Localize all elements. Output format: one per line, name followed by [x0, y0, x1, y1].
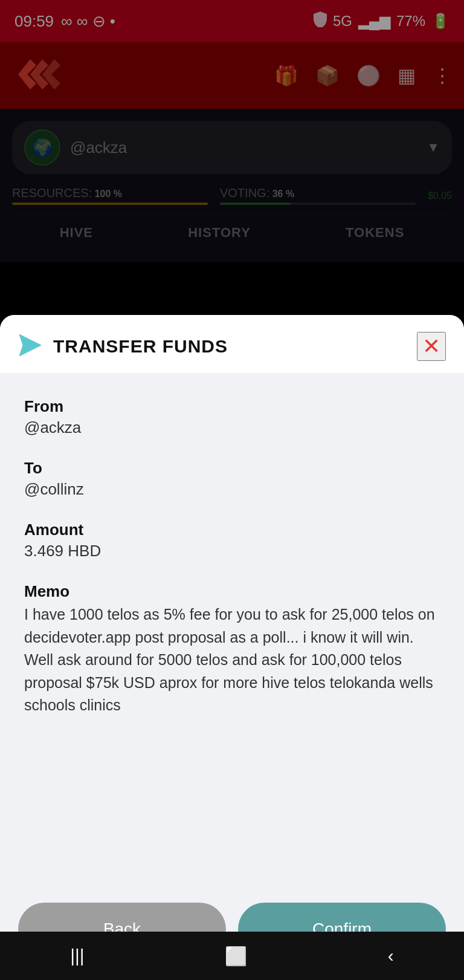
to-field: To @collinz	[24, 459, 440, 499]
modal-title: TRANSFER FUNDS	[53, 336, 228, 357]
from-label: From	[24, 397, 440, 416]
to-label: To	[24, 459, 440, 478]
nav-menu-icon[interactable]: |||	[70, 946, 84, 966]
from-value: @ackza	[24, 418, 440, 437]
nav-back-icon[interactable]: ‹	[388, 946, 394, 966]
memo-field: Memo I have 1000 telos as 5% fee for you…	[24, 582, 440, 717]
to-value: @collinz	[24, 480, 440, 499]
memo-value: I have 1000 telos as 5% fee for you to a…	[24, 603, 440, 717]
amount-value: 3.469 HBD	[24, 542, 440, 560]
close-button[interactable]: ✕	[417, 332, 446, 361]
modal-body: From @ackza To @collinz Amount 3.469 HBD…	[0, 373, 464, 888]
amount-label: Amount	[24, 521, 440, 539]
bottom-nav: ||| ⬜ ‹	[0, 932, 464, 980]
modal-header: TRANSFER FUNDS ✕	[0, 315, 464, 373]
amount-field: Amount 3.469 HBD	[24, 521, 440, 560]
transfer-modal: TRANSFER FUNDS ✕ From @ackza To @collinz…	[0, 315, 464, 980]
memo-label: Memo	[24, 582, 440, 601]
svg-marker-3	[19, 334, 41, 356]
modal-title-group: TRANSFER FUNDS	[18, 333, 228, 360]
from-field: From @ackza	[24, 397, 440, 437]
modal-overlay: TRANSFER FUNDS ✕ From @ackza To @collinz…	[0, 0, 464, 980]
nav-home-icon[interactable]: ⬜	[225, 946, 247, 967]
close-x-icon: ✕	[422, 336, 440, 357]
send-icon	[18, 333, 42, 360]
